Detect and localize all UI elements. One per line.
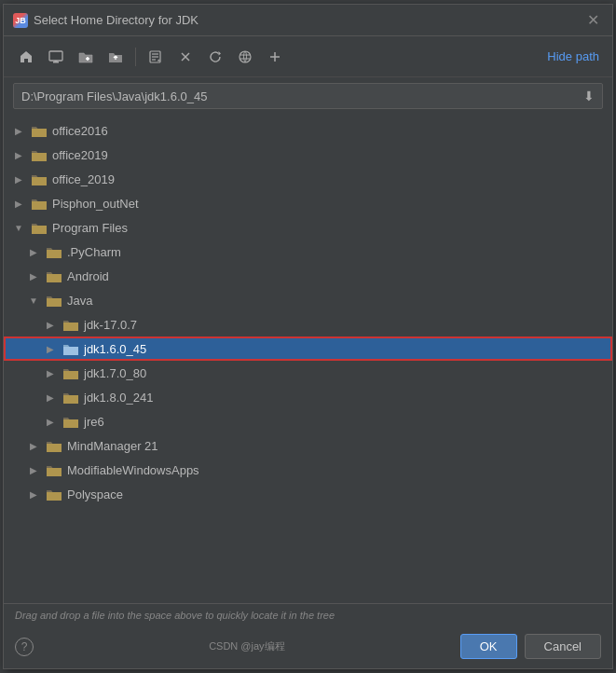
- folder-icon: [31, 171, 48, 187]
- path-text: D:\Program Files\Java\jdk1.6.0_45: [21, 89, 583, 103]
- ok-button[interactable]: OK: [460, 634, 517, 659]
- folder-svg: [32, 148, 47, 161]
- item-label: MindManager 21: [67, 439, 605, 453]
- expand-icon: ▶: [26, 244, 41, 259]
- delete-button[interactable]: [172, 44, 198, 70]
- folder-icon: [46, 486, 62, 502]
- item-label: Polyspace: [67, 488, 605, 501]
- dialog-title: Select Home Directory for JDK: [34, 13, 198, 27]
- expand-icon: ▶: [43, 341, 58, 356]
- folder-svg: [63, 366, 78, 379]
- expand-icon: ▶: [26, 487, 41, 501]
- network-icon: [238, 49, 253, 64]
- delete-icon: [178, 49, 193, 64]
- tree-item-pycharm[interactable]: ▶ .PyCharm: [4, 240, 612, 264]
- new-folder-icon: [78, 49, 93, 64]
- refresh-button[interactable]: [202, 44, 228, 70]
- tree-item-program-files[interactable]: ▼ Program Files: [4, 215, 612, 240]
- folder-icon: [31, 195, 48, 212]
- expand-icon: ▼: [11, 220, 26, 235]
- add-bookmark-icon: [267, 49, 282, 64]
- cancel-button[interactable]: Cancel: [525, 634, 601, 659]
- title-bar-left: JB Select Home Directory for JDK: [13, 13, 198, 28]
- toolbar: Hide path: [4, 36, 612, 77]
- folder-icon: [62, 389, 79, 405]
- tree-item-jdk180[interactable]: ▶ jdk1.8.0_241: [4, 385, 612, 409]
- svg-rect-0: [49, 51, 62, 61]
- folder-svg: [47, 439, 62, 452]
- home-icon: [19, 49, 34, 64]
- folder-icon: [62, 364, 79, 381]
- app-icon: JB: [13, 13, 28, 28]
- desktop-button[interactable]: [43, 44, 69, 70]
- item-label: Program Files: [52, 221, 605, 235]
- item-label: Java: [67, 294, 605, 308]
- bottom-bar: Drag and drop a file into the space abov…: [4, 603, 612, 668]
- favorites-button[interactable]: [143, 44, 169, 70]
- tree-item-jdk17[interactable]: ▶ jdk-17.0.7: [4, 312, 612, 336]
- tree-item-office2016[interactable]: ▶ office2016: [4, 118, 612, 143]
- file-tree[interactable]: ▶ office2016 ▶ office2019 ▶: [4, 115, 612, 603]
- expand-icon: ▶: [26, 268, 41, 283]
- tree-item-mindmanager[interactable]: ▶ MindManager 21: [4, 433, 612, 458]
- expand-icon: ▶: [26, 462, 41, 477]
- tree-item-jdk170[interactable]: ▶ jdk1.7.0_80: [4, 361, 612, 385]
- folder-icon: [31, 219, 48, 236]
- help-button[interactable]: ?: [15, 638, 34, 656]
- dialog: JB Select Home Directory for JDK ✕: [3, 4, 613, 669]
- item-label: office_2019: [52, 172, 605, 186]
- expand-icon: ▶: [43, 365, 58, 380]
- expand-icon: ▶: [11, 196, 26, 211]
- close-button[interactable]: ✕: [583, 11, 603, 30]
- folder-icon: [46, 268, 62, 284]
- path-download-icon[interactable]: ⬇: [583, 89, 595, 103]
- network-button[interactable]: [232, 44, 258, 70]
- path-bar: D:\Program Files\Java\jdk1.6.0_45 ⬇: [13, 83, 603, 109]
- folder-icon: [46, 437, 62, 454]
- toolbar-separator-1: [135, 48, 136, 66]
- item-label: Pisphon_outNet: [52, 197, 605, 211]
- folder-svg: [47, 245, 62, 258]
- refresh-icon: [208, 49, 223, 64]
- expand-icon: ▶: [43, 414, 58, 429]
- tree-item-office2019[interactable]: ▶ office2019: [4, 143, 612, 167]
- new-folder-button[interactable]: [73, 44, 99, 70]
- folder-icon: [46, 461, 62, 478]
- folder-icon: [62, 413, 79, 430]
- expand-icon: ▶: [11, 172, 26, 186]
- tree-item-polyspace[interactable]: ▶ Polyspace: [4, 482, 612, 506]
- item-label: office2016: [52, 124, 605, 138]
- expand-icon: ▶: [43, 317, 58, 332]
- tree-item-java[interactable]: ▼ Java: [4, 288, 612, 312]
- expand-icon: ▼: [26, 293, 41, 308]
- folder-icon: [31, 122, 48, 139]
- folder-svg: [63, 391, 78, 404]
- tree-item-office-2019[interactable]: ▶ office_2019: [4, 167, 612, 191]
- tree-item-pisphon[interactable]: ▶ Pisphon_outNet: [4, 191, 612, 215]
- watermark-text: CSDN @jay编程: [209, 639, 284, 653]
- hint-text: Drag and drop a file into the space abov…: [4, 604, 612, 626]
- folder-svg: [32, 124, 47, 137]
- folder-svg: [47, 269, 62, 282]
- tree-item-android[interactable]: ▶ Android: [4, 264, 612, 288]
- folder-svg: [47, 463, 62, 476]
- item-label: jdk1.6.0_45: [84, 342, 605, 356]
- expand-icon: ▶: [11, 147, 26, 162]
- item-label: office2019: [52, 148, 605, 162]
- folder-up-button[interactable]: [103, 44, 129, 70]
- folder-svg: [32, 221, 47, 234]
- folder-svg: [32, 197, 47, 210]
- hide-path-button[interactable]: Hide path: [543, 48, 603, 65]
- home-button[interactable]: [13, 44, 39, 70]
- svg-rect-2: [55, 61, 58, 62]
- tree-item-jre6[interactable]: ▶ jre6: [4, 409, 612, 433]
- tree-item-jdk160[interactable]: ▶ jdk1.6.0_45: [4, 336, 612, 361]
- folder-svg: [47, 294, 62, 307]
- svg-point-11: [240, 51, 251, 62]
- item-label: ModifiableWindowsApps: [67, 463, 605, 477]
- item-label: jdk1.7.0_80: [84, 366, 605, 380]
- add-bookmark-button[interactable]: [262, 44, 288, 70]
- folder-up-icon: [108, 49, 123, 64]
- expand-icon: ▶: [43, 390, 58, 405]
- tree-item-modifiable[interactable]: ▶ ModifiableWindowsApps: [4, 458, 612, 482]
